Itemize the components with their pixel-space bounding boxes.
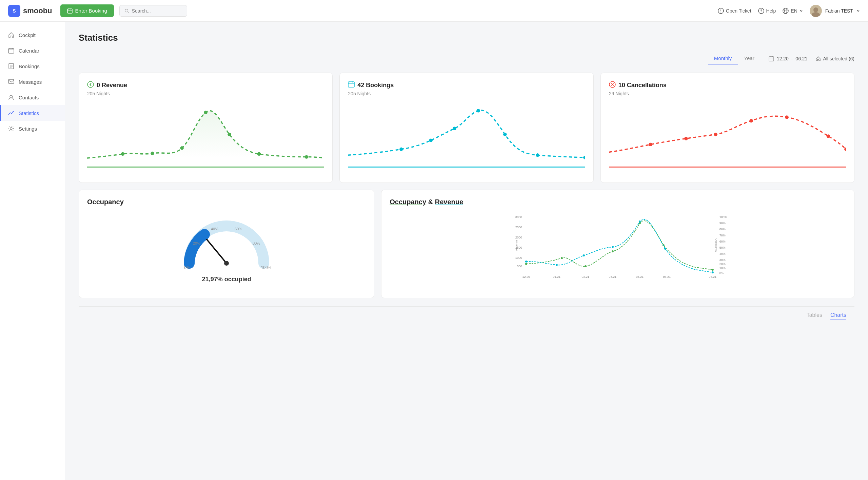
svg-point-103 (583, 254, 585, 256)
svg-text:03.21: 03.21 (609, 275, 617, 279)
svg-text:01.21: 01.21 (553, 275, 561, 279)
svg-text:70%: 70% (719, 234, 726, 237)
sidebar-item-settings[interactable]: Settings (0, 121, 65, 136)
occupancy-title: Occupancy (87, 198, 366, 206)
svg-point-37 (151, 152, 154, 155)
svg-point-40 (228, 133, 231, 136)
tab-tables[interactable]: Tables (807, 312, 822, 320)
svg-point-100 (712, 269, 714, 271)
svg-point-42 (305, 155, 308, 158)
svg-point-96 (585, 265, 587, 267)
cancellations-chart (609, 102, 846, 173)
open-ticket-button[interactable]: Open Ticket (718, 8, 751, 14)
bookings-label: 42 Bookings (348, 81, 585, 90)
occupancy-card: Occupancy 0% 20% 40% 60% 80% (79, 190, 374, 298)
bottom-row: Occupancy 0% 20% 40% 60% 80% (79, 190, 854, 298)
occ-rev-card: Occupancy & Revenue 3000 2500 2000 1500 … (381, 190, 854, 298)
tab-charts[interactable]: Charts (830, 312, 846, 320)
sidebar-item-messages[interactable]: Messages (0, 74, 65, 90)
cancellations-label: 10 Cancellations (609, 81, 846, 90)
svg-text:100%: 100% (261, 265, 272, 270)
svg-text:20%: 20% (193, 241, 200, 245)
svg-text:10%: 10% (719, 266, 726, 270)
svg-text:80%: 80% (719, 228, 726, 231)
user-info[interactable]: Fabian TEST (810, 5, 860, 17)
help-button[interactable]: ? Help (758, 8, 776, 14)
svg-point-51 (477, 109, 480, 112)
sidebar-label-bookings: Bookings (19, 63, 40, 69)
svg-point-60 (684, 137, 688, 140)
svg-text:40%: 40% (719, 252, 726, 255)
svg-text:Revenue: Revenue (515, 239, 518, 251)
bookings-icon (8, 63, 15, 70)
sidebar-item-calendar[interactable]: Calendar (0, 43, 65, 58)
sidebar-item-cockpit[interactable]: Cockpit (0, 27, 65, 43)
svg-rect-27 (8, 79, 14, 83)
search-icon (124, 8, 129, 14)
stat-cards-row: € 0 Revenue 205 Nights (79, 73, 854, 183)
svg-text:02.21: 02.21 (582, 275, 590, 279)
svg-point-29 (10, 128, 12, 130)
svg-text:S: S (13, 8, 16, 14)
svg-point-64 (826, 134, 830, 138)
svg-point-59 (649, 143, 652, 146)
calendar-icon (8, 47, 15, 54)
sidebar-label-messages: Messages (19, 79, 42, 85)
search-box[interactable] (119, 5, 187, 17)
filter-bar: Monthly Year 12.20 - 06.21 All selected … (79, 53, 854, 64)
svg-text:2500: 2500 (515, 226, 522, 229)
sidebar: Cockpit Calendar Bookings (0, 22, 65, 480)
svg-point-39 (204, 111, 207, 114)
date-from: 12.20 (777, 56, 789, 61)
svg-point-38 (180, 146, 183, 150)
content-area: Statistics Monthly Year 12.20 - 06.21 Al… (65, 22, 868, 480)
svg-rect-30 (769, 57, 774, 61)
tab-year[interactable]: Year (738, 53, 760, 64)
svg-point-61 (714, 133, 717, 136)
tab-monthly[interactable]: Monthly (708, 53, 738, 64)
svg-point-95 (561, 257, 563, 259)
bookings-chart (348, 102, 585, 173)
svg-rect-2 (67, 9, 72, 13)
svg-text:06.21: 06.21 (709, 275, 717, 279)
date-range: 12.20 - 06.21 (769, 56, 808, 61)
help-icon: ? (758, 8, 764, 14)
svg-text:€: € (90, 83, 92, 87)
enter-booking-button[interactable]: Enter Booking (60, 4, 114, 17)
svg-point-49 (429, 138, 433, 142)
svg-point-48 (399, 148, 403, 151)
logo-text: smoobu (23, 6, 52, 15)
message-icon (8, 78, 15, 85)
svg-point-65 (844, 148, 846, 151)
svg-point-97 (612, 250, 614, 252)
ticket-icon (718, 8, 724, 14)
bottom-tabs: Tables Charts (79, 306, 854, 323)
cancellations-card: 10 Cancellations 29 Nights (600, 73, 854, 183)
chevron-down-icon (800, 9, 803, 13)
date-sep: - (791, 56, 793, 61)
svg-point-94 (525, 263, 527, 265)
svg-text:20%: 20% (719, 262, 726, 266)
svg-text:40%: 40% (211, 227, 218, 231)
sidebar-item-contacts[interactable]: Contacts (0, 90, 65, 105)
sidebar-item-statistics[interactable]: Statistics (0, 105, 65, 121)
globe-icon (783, 8, 789, 14)
svg-point-52 (503, 133, 507, 136)
svg-text:Occupancy: Occupancy (715, 238, 718, 252)
svg-point-53 (536, 153, 539, 157)
svg-text:90%: 90% (719, 222, 726, 225)
svg-point-41 (257, 152, 261, 156)
property-selector[interactable]: All selected (6) (815, 56, 854, 61)
search-input[interactable] (132, 8, 182, 14)
logo: S smoobu (8, 5, 52, 17)
period-tab-group: Monthly Year (708, 53, 761, 64)
top-bar: S smoobu Enter Booking Open Ticket ? Hel… (0, 0, 868, 22)
svg-point-102 (556, 264, 558, 266)
language-selector[interactable]: EN (783, 8, 803, 14)
revenue-card: € 0 Revenue 205 Nights (79, 73, 333, 183)
svg-text:0%: 0% (719, 271, 724, 275)
sidebar-item-bookings[interactable]: Bookings (0, 58, 65, 74)
svg-point-17 (813, 7, 818, 12)
svg-text:3000: 3000 (515, 215, 522, 219)
user-chevron-icon (856, 9, 860, 13)
